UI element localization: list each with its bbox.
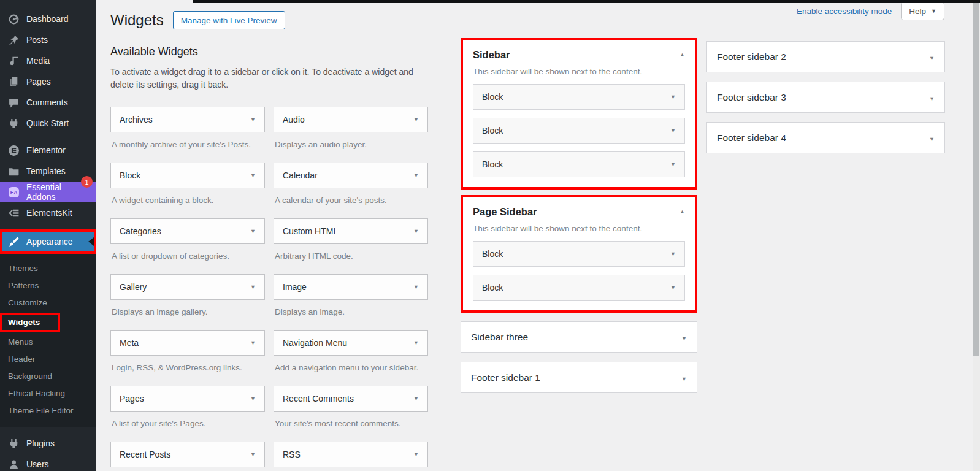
chevron-down-icon: ▼ xyxy=(670,251,676,257)
widget-cell: Calendar▼ A calendar of your site's post… xyxy=(274,163,428,214)
sidebar-item-elementor[interactable]: Elementor xyxy=(0,140,96,161)
widget-area-panel-footer-sidebar-4[interactable]: Footer sidebar 4 ▼ xyxy=(706,122,945,153)
collapse-icon[interactable]: ▲ xyxy=(679,206,685,215)
panel-description: This sidebar will be shown next to the c… xyxy=(473,67,685,76)
widget-card-pages[interactable]: Pages▼ xyxy=(110,386,265,412)
chevron-down-icon: ▼ xyxy=(250,396,256,402)
expand-icon[interactable]: ▼ xyxy=(929,134,935,142)
expand-icon[interactable]: ▼ xyxy=(929,93,935,102)
panel-title: Sidebar xyxy=(473,49,510,61)
widget-card-calendar[interactable]: Calendar▼ xyxy=(274,163,428,188)
sidebar-item-label: Elementor xyxy=(26,145,66,155)
media-icon xyxy=(8,55,20,67)
widget-area-panel-footer-sidebar-3[interactable]: Footer sidebar 3 ▼ xyxy=(706,82,945,113)
widget-card-archives[interactable]: Archives▼ xyxy=(110,107,265,132)
svg-text:EA: EA xyxy=(10,189,18,195)
sidebar-item-users[interactable]: Users xyxy=(0,454,96,471)
chevron-down-icon: ▼ xyxy=(250,117,256,123)
submenu-item-header[interactable]: Header xyxy=(0,351,96,368)
sidebar-item-dashboard[interactable]: Dashboard xyxy=(0,9,96,29)
sidebar-item-plugins[interactable]: Plugins xyxy=(0,433,96,454)
submenu-item-widgets[interactable]: Widgets xyxy=(0,313,60,332)
sidebar-item-quick-start[interactable]: Quick Start xyxy=(0,113,96,134)
widget-area-panel-footer-sidebar-1[interactable]: Footer sidebar 1 ▼ xyxy=(461,362,697,393)
widget-description: A list or dropdown of categories. xyxy=(112,251,264,262)
widget-description: A widget containing a block. xyxy=(112,196,264,206)
sidebar-item-posts[interactable]: Posts xyxy=(0,29,96,50)
submenu-item-customize[interactable]: Customize xyxy=(0,294,96,312)
scrollbar-thumb[interactable] xyxy=(973,3,979,356)
widget-card-gallery[interactable]: Gallery▼ xyxy=(110,274,265,300)
main-content: Enable accessibility mode Help ▼ Widgets… xyxy=(96,0,980,471)
chevron-down-icon: ▼ xyxy=(413,228,419,234)
help-button[interactable]: Help ▼ xyxy=(901,2,944,20)
submenu-item-ethical-hacking[interactable]: Ethical Hacking xyxy=(0,385,96,402)
widget-cell: Gallery▼ Displays an image gallery. xyxy=(110,274,265,326)
expand-icon[interactable]: ▼ xyxy=(929,53,935,61)
widget-area-panel-footer-sidebar-2[interactable]: Footer sidebar 2 ▼ xyxy=(706,41,945,72)
chevron-down-icon: ▼ xyxy=(413,396,419,402)
widget-card-image[interactable]: Image▼ xyxy=(274,274,428,300)
notification-badge: 1 xyxy=(81,176,93,188)
enable-accessibility-link[interactable]: Enable accessibility mode xyxy=(797,7,892,16)
sidebar-block-widget[interactable]: Block▼ xyxy=(473,84,685,110)
help-label: Help xyxy=(909,7,926,16)
widget-card-categories[interactable]: Categories▼ xyxy=(110,218,265,244)
widget-card-recent-posts[interactable]: Recent Posts▼ xyxy=(110,442,265,467)
elementor-icon xyxy=(8,145,20,156)
folder-icon xyxy=(8,166,20,177)
sidebar-item-label: Dashboard xyxy=(26,14,69,24)
admin-bar xyxy=(193,0,980,3)
widget-card-custom-html[interactable]: Custom HTML▼ xyxy=(274,218,428,244)
panel-header[interactable]: Page Sidebar ▲ xyxy=(473,206,685,218)
widget-card-rss[interactable]: RSS▼ xyxy=(274,442,428,467)
dashboard-icon xyxy=(8,13,20,25)
user-icon xyxy=(8,459,20,470)
chevron-down-icon: ▼ xyxy=(931,8,936,14)
panel-title: Footer sidebar 3 xyxy=(717,92,786,103)
vertical-scrollbar[interactable] xyxy=(973,0,980,471)
widget-cell: Navigation Menu▼ Add a navigation menu t… xyxy=(274,330,428,381)
submenu-item-patterns[interactable]: Patterns xyxy=(0,277,96,294)
panel-title: Footer sidebar 4 xyxy=(717,132,786,144)
sidebar-block-widget[interactable]: Block▼ xyxy=(473,118,685,144)
submenu-item-background[interactable]: Background xyxy=(0,368,96,385)
chevron-down-icon: ▼ xyxy=(250,284,256,290)
sidebar-block-widget[interactable]: Block▼ xyxy=(473,275,685,301)
widget-cell: Image▼ Displays an image. xyxy=(274,274,428,326)
chevron-down-icon: ▼ xyxy=(413,451,419,458)
submenu-item-themes[interactable]: Themes xyxy=(0,260,96,277)
widget-card-navigation-menu[interactable]: Navigation Menu▼ xyxy=(274,330,428,356)
sidebar-item-comments[interactable]: Comments xyxy=(0,92,96,113)
elementskit-icon xyxy=(8,207,20,219)
expand-icon[interactable]: ▼ xyxy=(681,333,687,342)
sidebar-item-media[interactable]: Media xyxy=(0,50,96,71)
sidebar-item-label: Plugins xyxy=(26,438,55,448)
sidebar-item-elementskit[interactable]: ElementsKit xyxy=(0,202,96,223)
manage-live-preview-button[interactable]: Manage with Live Preview xyxy=(173,11,285,29)
widget-cell: Meta▼ Login, RSS, & WordPress.org links. xyxy=(110,330,265,381)
widget-area-panel-sidebar-three[interactable]: Sidebar three ▼ xyxy=(461,321,697,353)
widget-card-audio[interactable]: Audio▼ xyxy=(274,107,428,132)
comments-icon xyxy=(8,97,20,109)
panel-header[interactable]: Sidebar ▲ xyxy=(473,49,685,61)
sidebar-item-appearance[interactable]: Appearance xyxy=(0,229,96,254)
sidebar-item-essential-addons[interactable]: EA Essential Addons 1 xyxy=(0,182,96,202)
sidebar-item-label: ElementsKit xyxy=(26,208,72,218)
current-menu-arrow-icon xyxy=(88,237,94,246)
widget-cell: Categories▼ A list or dropdown of catego… xyxy=(110,218,265,270)
annotation-box-sidebar: Sidebar ▲ This sidebar will be shown nex… xyxy=(461,38,697,190)
expand-icon[interactable]: ▼ xyxy=(681,373,687,382)
submenu-item-menus[interactable]: Menus xyxy=(0,334,96,351)
widget-card-block[interactable]: Block▼ xyxy=(110,163,265,188)
plug-icon xyxy=(8,118,20,129)
collapse-icon[interactable]: ▲ xyxy=(679,49,685,58)
widget-description: Add a navigation menu to your sidebar. xyxy=(275,363,427,373)
widget-card-meta[interactable]: Meta▼ xyxy=(110,330,265,356)
sidebar-block-widget[interactable]: Block▼ xyxy=(473,151,685,177)
submenu-item-theme-file-editor[interactable]: Theme File Editor xyxy=(0,402,96,419)
sidebar-item-pages[interactable]: Pages xyxy=(0,71,96,92)
sidebar-block-widget[interactable]: Block▼ xyxy=(473,241,685,267)
chevron-down-icon: ▼ xyxy=(413,284,419,290)
widget-card-recent-comments[interactable]: Recent Comments▼ xyxy=(274,386,428,412)
